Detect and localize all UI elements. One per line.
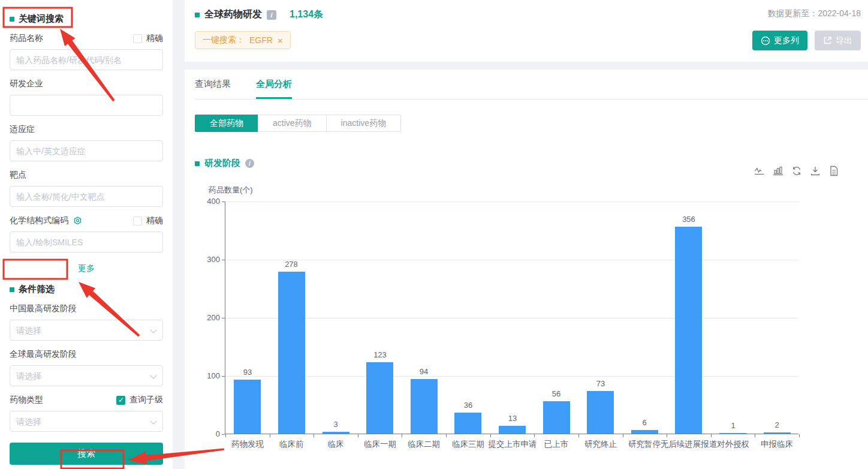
- x-tick-mark: [534, 434, 535, 437]
- info-icon[interactable]: i: [267, 10, 276, 20]
- bar-chart-icon[interactable]: [773, 166, 783, 176]
- y-axis-label: 药品数量(个): [209, 185, 253, 196]
- more-columns-label: 更多列: [774, 35, 799, 46]
- drug-type-select-input[interactable]: [10, 411, 163, 432]
- filter-sidebar: 关键词搜索 药品名称 精确 研发企业 适应症 靶点 化学结构式编码: [0, 0, 173, 469]
- y-tick-mark: [222, 260, 225, 260]
- exact-label: 精确: [146, 33, 163, 44]
- keyword-search-title: 关键词搜索: [19, 13, 64, 25]
- result-count: 1,134条: [290, 8, 323, 21]
- bar-药物发现[interactable]: [234, 380, 261, 434]
- download-icon[interactable]: [810, 166, 821, 176]
- drug-type-select[interactable]: [10, 411, 163, 432]
- chart-title: 研发阶段: [204, 158, 240, 169]
- bar-临床一期[interactable]: [366, 362, 393, 434]
- quick-search-tag: 一键搜索： EGFR ×: [195, 31, 291, 49]
- query-sublevel-label: 查询子级: [129, 395, 163, 405]
- section-bullet-icon: [195, 13, 200, 17]
- more-columns-button[interactable]: 更多列: [752, 31, 807, 50]
- drug-type-label: 药物类型: [10, 395, 43, 405]
- section-bullet-icon: [10, 287, 14, 292]
- x-tick-mark: [490, 434, 491, 437]
- y-tick-label: 400: [196, 197, 220, 206]
- bar-已上市[interactable]: [543, 401, 570, 434]
- checkbox-unchecked-icon[interactable]: [133, 34, 142, 43]
- quick-search-prefix: 一键搜索：: [203, 35, 245, 46]
- target-label: 靶点: [10, 170, 26, 181]
- tab-query-results[interactable]: 查询结果: [195, 79, 231, 99]
- x-tick-mark: [755, 434, 755, 437]
- bar-value-label: 123: [359, 350, 401, 359]
- molecule-structure-icon[interactable]: [74, 217, 82, 226]
- china-stage-select-input[interactable]: [10, 320, 163, 341]
- data-view-icon[interactable]: [828, 166, 839, 176]
- x-tick-mark: [270, 434, 270, 437]
- bar-研究终止[interactable]: [587, 391, 614, 434]
- global-stage-select[interactable]: [10, 365, 163, 386]
- bar-value-label: 56: [535, 389, 577, 398]
- y-tick-label: 200: [196, 313, 220, 322]
- search-button[interactable]: 搜索: [10, 443, 163, 465]
- bar-提交上市申请[interactable]: [499, 426, 526, 434]
- x-axis-category-label: 申报临床: [738, 439, 816, 450]
- bar-临床二期[interactable]: [411, 379, 438, 434]
- bar-申报临床[interactable]: [764, 432, 791, 434]
- more-filters-link[interactable]: 更多: [10, 263, 163, 274]
- y-tick-label: 100: [196, 371, 220, 380]
- bar-value-label: 278: [270, 260, 312, 269]
- bar-value-label: 6: [623, 418, 665, 427]
- quick-search-value: EGFR: [249, 35, 273, 45]
- bar-临床[interactable]: [323, 432, 349, 434]
- company-input[interactable]: [10, 95, 163, 116]
- condition-filter-title: 条件筛选: [19, 284, 55, 295]
- x-tick-mark: [667, 434, 667, 437]
- x-tick-mark: [711, 434, 712, 437]
- tag-close-icon[interactable]: ×: [278, 35, 283, 46]
- refresh-icon[interactable]: [791, 166, 802, 176]
- checkbox-checked-icon[interactable]: [116, 396, 125, 405]
- gridline: [225, 318, 799, 318]
- line-chart-icon[interactable]: [754, 166, 765, 176]
- company-label: 研发企业: [10, 79, 43, 89]
- global-stage-select-input[interactable]: [10, 365, 163, 386]
- exact-match-checkbox-smiles[interactable]: 精确: [133, 215, 163, 226]
- section-bullet-icon: [10, 17, 14, 22]
- filter-all-drugs-button[interactable]: 全部药物: [195, 115, 258, 132]
- smiles-input[interactable]: [10, 232, 163, 252]
- bar-value-label: 93: [227, 368, 269, 377]
- bar-临床前[interactable]: [278, 272, 305, 434]
- section-bullet-icon: [195, 161, 200, 166]
- y-tick-mark: [222, 318, 225, 318]
- bar-对外授权[interactable]: [719, 433, 746, 434]
- exact-match-checkbox-drugname[interactable]: 精确: [133, 33, 163, 44]
- bar-临床三期[interactable]: [454, 413, 481, 434]
- indication-input[interactable]: [10, 140, 163, 161]
- bar-chart: 药品数量(个) 010020030040093药物发现278临床前3临床123临…: [195, 185, 868, 467]
- bar-无后续进展报道[interactable]: [675, 227, 702, 434]
- vertical-divider: [173, 0, 185, 469]
- more-columns-icon: [761, 36, 770, 46]
- x-tick-mark: [402, 434, 402, 437]
- horizontal-divider: [185, 62, 868, 70]
- query-sublevel-checkbox[interactable]: 查询子级: [116, 395, 163, 405]
- checkbox-unchecked-icon[interactable]: [133, 217, 142, 226]
- bar-研究暂停[interactable]: [631, 430, 658, 434]
- target-input[interactable]: [10, 186, 163, 207]
- x-tick-mark: [799, 434, 800, 437]
- export-button[interactable]: 导出: [815, 31, 861, 50]
- condition-filter-section-header: 条件筛选: [10, 284, 163, 295]
- filter-active-drugs-button[interactable]: active药物: [258, 115, 327, 132]
- y-tick-label: 300: [196, 255, 220, 264]
- china-stage-select[interactable]: [10, 320, 163, 341]
- analysis-content: 查询结果 全局分析 全部药物 active药物 inactive药物 研发阶段 …: [185, 70, 868, 469]
- bar-value-label: 1: [712, 421, 754, 430]
- bar-value-label: 2: [756, 420, 798, 429]
- drug-name-input[interactable]: [10, 49, 163, 70]
- page-title: 全球药物研发: [204, 8, 262, 21]
- gridline: [225, 202, 799, 202]
- filter-inactive-drugs-button[interactable]: inactive药物: [326, 115, 401, 132]
- export-label: 导出: [836, 35, 852, 46]
- tab-global-analysis[interactable]: 全局分析: [256, 79, 292, 99]
- x-tick-mark: [358, 434, 358, 437]
- info-icon[interactable]: i: [245, 159, 254, 168]
